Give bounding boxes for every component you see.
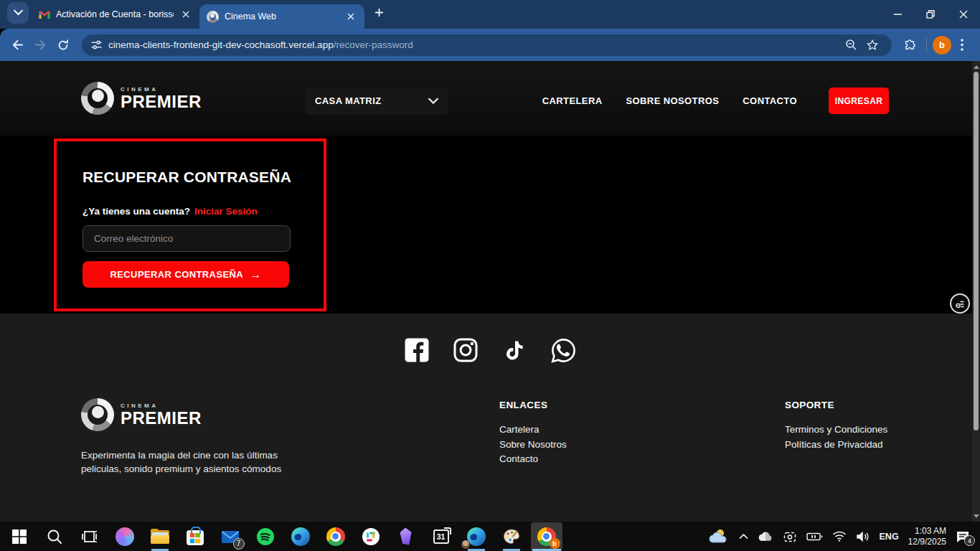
chrome-button[interactable] [320, 522, 352, 551]
search-icon [47, 529, 62, 545]
tab-cinema-web[interactable]: Cinema Web [199, 4, 364, 29]
tab-close-icon[interactable] [179, 8, 192, 21]
tray-expand-chevron[interactable] [739, 534, 748, 540]
mail-button[interactable]: 7 [215, 522, 246, 551]
reload-button[interactable] [52, 34, 75, 57]
back-button[interactable] [6, 34, 29, 57]
scrollbar-thumb[interactable] [974, 72, 979, 430]
form-title: RECUPERAR CONTRASEÑA [83, 169, 291, 186]
footer-link-cartelera[interactable]: Cartelera [499, 424, 567, 435]
restore-button[interactable] [914, 0, 947, 29]
login-prompt: ¿Ya tienes una cuenta?Iniciar Sesión [83, 206, 258, 217]
paint-icon [502, 527, 521, 546]
microsoft-store-button[interactable] [179, 522, 211, 551]
tab-close-icon[interactable] [344, 10, 357, 23]
email-input[interactable] [83, 225, 291, 252]
site-logo[interactable]: CINEMA PREMIER [81, 82, 202, 115]
login-prompt-text: ¿Ya tienes una cuenta? [83, 206, 190, 217]
taskbar-search-button[interactable] [39, 522, 70, 551]
footer-brand: CINEMA PREMIER Experimenta la magia del … [81, 398, 291, 476]
new-tab-button[interactable] [369, 3, 389, 23]
site-footer: CINEMA PREMIER Experimenta la magia del … [0, 314, 980, 522]
mail-badge: 7 [233, 538, 245, 550]
footer-link-sobre-nosotros[interactable]: Sobre Nosotros [499, 439, 567, 450]
task-view-button[interactable] [74, 522, 105, 551]
footer-support-column: SOPORTE Terminos y Condiciones Políticas… [785, 400, 887, 453]
extensions-button[interactable] [899, 34, 920, 56]
file-explorer-button[interactable] [144, 522, 176, 551]
notification-center-button[interactable]: 4 [956, 530, 970, 543]
onedrive-icon[interactable] [758, 531, 773, 542]
obsidian-button[interactable] [390, 522, 422, 551]
nav-sobre-nosotros[interactable]: SOBRE NOSOTROS [626, 95, 719, 106]
edge-icon [291, 527, 310, 546]
forward-button[interactable] [29, 34, 52, 57]
reload-icon [57, 39, 69, 51]
wifi-icon[interactable] [832, 531, 847, 542]
form-filler-widget-button[interactable] [950, 293, 970, 314]
taskbar-clock[interactable]: 1:03 AM 12/9/2025 [908, 526, 946, 547]
slack-button[interactable] [355, 522, 387, 551]
language-indicator[interactable]: ENG [880, 532, 899, 542]
spotify-icon [256, 527, 275, 546]
site-controls-icon [90, 39, 103, 51]
calendar-button[interactable]: 31 [425, 522, 457, 551]
nav-contacto[interactable]: CONTACTO [743, 95, 797, 106]
microsoft-store-icon [187, 530, 204, 545]
browser-menu-button[interactable] [951, 34, 973, 56]
location-dropdown-value: CASA MATRIZ [315, 95, 382, 106]
calendar-icon: 31 [433, 529, 449, 544]
spotify-button[interactable] [250, 522, 281, 551]
whatsapp-icon[interactable] [549, 336, 578, 364]
battery-icon[interactable] [806, 532, 823, 542]
instagram-icon[interactable] [451, 336, 480, 364]
cinema-favicon [207, 11, 219, 23]
device-cast-icon[interactable] [783, 530, 797, 543]
volume-icon[interactable] [856, 531, 870, 542]
scroll-down-arrow[interactable] [972, 512, 980, 520]
edge-profile-button[interactable] [461, 522, 492, 551]
address-bar[interactable]: cinema-clients-frontend-git-dev-cochasof… [82, 34, 892, 56]
bookmark-button[interactable] [862, 34, 883, 56]
edge-button[interactable] [285, 522, 316, 551]
copilot-icon [116, 527, 134, 546]
url-text: cinema-clients-frontend-git-dev-cochasof… [108, 39, 413, 50]
location-dropdown[interactable]: CASA MATRIZ [305, 87, 448, 115]
profile-avatar[interactable]: b [933, 36, 951, 55]
footer-link-terminos[interactable]: Terminos y Condiciones [785, 424, 887, 435]
start-button[interactable] [4, 522, 35, 551]
iniciar-sesion-link[interactable]: Iniciar Sesión [194, 206, 258, 217]
recover-password-card: RECUPERAR CONTRASEÑA ¿Ya tienes una cuen… [54, 138, 326, 311]
footer-link-politicas[interactable]: Políticas de Privacidad [785, 439, 887, 450]
gmail-icon [39, 10, 50, 19]
tiktok-icon[interactable] [500, 336, 529, 364]
column-title: ENLACES [499, 400, 567, 410]
minimize-button[interactable] [881, 0, 914, 29]
page-viewport: CINEMA PREMIER CASA MATRIZ CARTELERA SOB… [0, 61, 980, 522]
scroll-up-arrow[interactable] [972, 62, 980, 71]
close-window-button[interactable] [947, 0, 980, 29]
site-nav: CARTELERA SOBRE NOSOTROS CONTACTO [542, 95, 797, 106]
windows-logo-icon [12, 529, 27, 544]
zoom-indicator-button[interactable] [840, 34, 862, 56]
footer-tagline: Experimenta la magia del cine con las úl… [81, 448, 291, 476]
task-view-icon [82, 529, 98, 544]
paint-button[interactable] [496, 522, 527, 551]
page-scrollbar[interactable] [972, 61, 980, 522]
tab-gmail[interactable]: Activación de Cuenta - borisscr [32, 0, 199, 29]
weather-icon[interactable] [707, 527, 730, 546]
facebook-icon[interactable] [402, 336, 431, 364]
chrome-active-button[interactable]: b [531, 522, 562, 551]
copilot-button[interactable] [109, 522, 141, 551]
browser-toolbar: cinema-clients-frontend-git-dev-cochasof… [0, 29, 980, 61]
tab-title: Cinema Web [225, 11, 339, 22]
notification-badge: 4 [964, 535, 975, 546]
tab-search-button[interactable] [7, 2, 29, 24]
ingresar-button[interactable]: INGRESAR [829, 88, 889, 114]
nav-cartelera[interactable]: CARTELERA [542, 95, 603, 106]
forward-arrow-icon [34, 39, 47, 50]
column-title: SOPORTE [785, 400, 887, 410]
footer-link-contacto[interactable]: Contacto [499, 453, 567, 464]
recover-password-button[interactable]: RECUPERAR CONTRASEÑA → [83, 261, 289, 288]
tab-title: Activación de Cuenta - borisscr [56, 9, 174, 19]
